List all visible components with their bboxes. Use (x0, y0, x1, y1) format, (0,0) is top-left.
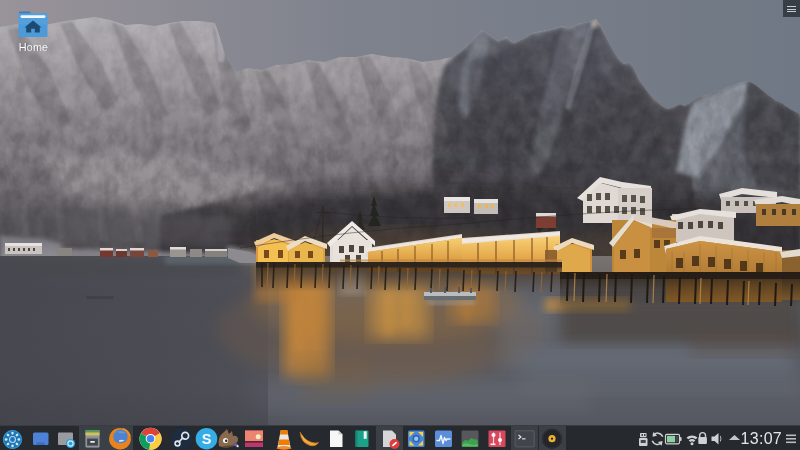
svg-text:13:07: 13:07 (741, 430, 783, 447)
svg-text:Home: Home (19, 41, 48, 53)
svg-text:S: S (202, 431, 212, 447)
